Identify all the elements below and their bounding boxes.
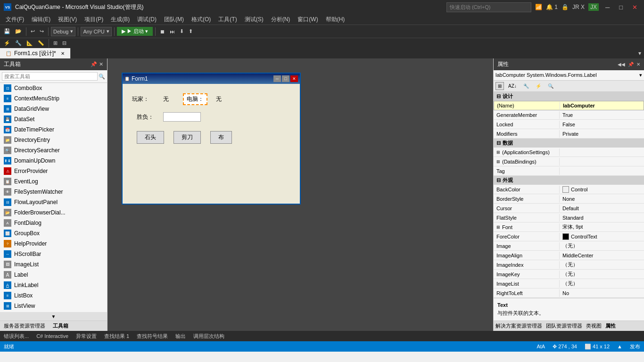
toolbar2-btn3[interactable]: 📐 — [25, 39, 35, 47]
tool-eventlog[interactable]: 📋 EventLog — [0, 176, 107, 187]
toolbar-btn-2[interactable]: 📂 — [13, 27, 24, 35]
toolbar2-btn1[interactable]: ⚡ — [2, 39, 12, 47]
tool-combobox[interactable]: ⊡ ComboBox — [0, 83, 107, 93]
computer-label-highlighted[interactable]: 电脑： — [183, 93, 207, 105]
output-tab-callhierarchy[interactable]: 调用层次结构 — [193, 333, 224, 340]
props-close-icon[interactable]: ✕ — [636, 62, 640, 67]
debug-mode-dropdown[interactable]: Debug ▾ — [51, 27, 75, 36]
tool-errorprovider[interactable]: ⚠ ErrorProvider — [0, 166, 107, 176]
tool-listbox[interactable]: ≡ ListBox — [0, 290, 107, 301]
tool-fontdialog[interactable]: A FontDialog — [0, 218, 107, 228]
menu-view[interactable]: 视图(V) — [54, 15, 81, 25]
tab-close-icon[interactable]: ✕ — [61, 51, 65, 56]
output-tab-output[interactable]: 输出 — [175, 333, 186, 340]
toolbar-step-out[interactable]: ⬆ — [187, 27, 195, 35]
toolbar2-distribute[interactable]: ⊟ — [60, 39, 68, 47]
toolbar2-align[interactable]: ⊞ — [51, 39, 59, 47]
prop-databindings-row[interactable]: ⊞ (DataBindings) — [494, 157, 644, 166]
cloth-btn[interactable]: 布 — [210, 131, 232, 144]
win-close-btn[interactable]: ✕ — [290, 75, 298, 82]
menu-test[interactable]: 测试(S) — [241, 15, 267, 25]
tool-contextmenustrip[interactable]: ≡ ContextMenuStrip — [0, 93, 107, 104]
minimize-btn[interactable]: ─ — [603, 3, 612, 12]
props-tab-properties[interactable]: 🔧 — [521, 82, 531, 90]
tool-directorysearcher[interactable]: 🔍 DirectorySearcher — [0, 145, 107, 156]
tool-datagridview[interactable]: ⊞ DataGridView — [0, 104, 107, 114]
menu-team[interactable]: 团队(M) — [160, 15, 188, 25]
expand-icon[interactable]: ⊟ — [496, 177, 501, 183]
tool-flowlayoutpanel[interactable]: ⊟ FlowLayoutPanel — [0, 197, 107, 207]
server-explorer-tab[interactable]: 服务器资源管理器 — [4, 322, 45, 329]
tool-directoryentry[interactable]: 📁 DirectoryEntry — [0, 135, 107, 145]
toolbox-close-icon[interactable]: ✕ — [99, 61, 103, 67]
props-tab-categorized[interactable]: ⊞ — [495, 82, 504, 90]
props-component-selector[interactable]: labComputer System.Windows.Forms.Label ▾ — [494, 70, 644, 81]
scissors-btn[interactable]: 剪刀 — [173, 131, 201, 144]
toolbox-scroll-down[interactable]: ▼ — [0, 312, 107, 321]
toolbox-pin-icon[interactable]: 📌 — [91, 61, 97, 67]
menu-edit[interactable]: 编辑(E) — [28, 15, 54, 25]
menu-project[interactable]: 项目(P) — [81, 15, 107, 25]
menu-help[interactable]: 帮助(H) — [322, 15, 349, 25]
menu-analyze[interactable]: 分析(N) — [267, 15, 294, 25]
menu-tools[interactable]: 工具(T) — [215, 15, 240, 25]
tool-dataset[interactable]: 💾 DataSet — [0, 114, 107, 124]
output-tab-findsymbol[interactable]: 查找符号结果 — [137, 333, 168, 340]
tab-dropdown-btn[interactable]: ▾ — [636, 49, 644, 58]
props-tab-alpha[interactable]: AZ↓ — [506, 82, 519, 90]
tool-datetimepicker[interactable]: 📅 DateTimePicker — [0, 124, 107, 135]
output-tab-errors[interactable]: 错误列表... — [4, 333, 29, 340]
team-explorer-tab[interactable]: 团队资源管理器 — [546, 322, 582, 329]
selector-dropdown-icon[interactable]: ▾ — [639, 72, 642, 78]
tool-label[interactable]: A Label — [0, 270, 107, 280]
expand-icon[interactable]: ⊟ — [496, 93, 501, 99]
prop-appsettings-row[interactable]: ⊞ (ApplicationSettings) — [494, 148, 644, 157]
start-btn[interactable]: ▶ ▶ 启动 ▾ — [117, 27, 153, 36]
toolbar-btn-1[interactable]: 💾 — [2, 27, 12, 35]
output-tab-interactive[interactable]: C# Interactive — [36, 333, 68, 339]
toolbar-step-in[interactable]: ⬇ — [178, 27, 186, 35]
toolbox-tab[interactable]: 工具箱 — [53, 322, 68, 329]
output-tab-exceptions[interactable]: 异常设置 — [76, 333, 97, 340]
tab-form1-design[interactable]: 📋 Form1.cs [设计]* ✕ — [0, 48, 71, 59]
props-pin-icon[interactable]: 📌 — [628, 62, 634, 67]
toolbar-redo[interactable]: ↪ — [38, 27, 46, 35]
toolbar-step-over[interactable]: ⏭ — [168, 28, 177, 35]
toolbar2-btn2[interactable]: 🔧 — [13, 39, 24, 47]
solution-explorer-tab[interactable]: 解决方案资源管理器 — [495, 322, 542, 329]
win-maximize-btn[interactable]: □ — [282, 75, 289, 82]
form-canvas[interactable]: 📋 Form1 ─ □ ✕ 玩家： 无 — [107, 58, 493, 331]
menu-debug[interactable]: 调试(D) — [133, 15, 160, 25]
toolbar-stop[interactable]: ⏹ — [158, 28, 167, 35]
tool-filesystemwatcher[interactable]: 👁 FileSystemWatcher — [0, 187, 107, 197]
tool-hscrollbar[interactable]: ↔ HScrollBar — [0, 249, 107, 259]
tool-helpprovider[interactable]: ? HelpProvider — [0, 239, 107, 249]
output-tab-findresults[interactable]: 查找结果 1 — [104, 333, 129, 340]
maximize-btn[interactable]: □ — [616, 3, 626, 12]
rock-btn[interactable]: 石头 — [137, 131, 164, 144]
menu-window[interactable]: 窗口(W) — [294, 15, 322, 25]
extra-user-label[interactable]: JX — [588, 3, 599, 11]
class-view-tab[interactable]: 类视图 — [586, 322, 602, 329]
prop-font-row[interactable]: ⊞ Font 宋体, 9pt — [494, 222, 644, 232]
props-tab-search[interactable]: 🔍 — [545, 82, 556, 90]
menu-format[interactable]: 格式(O) — [188, 15, 215, 25]
toolbar-undo[interactable]: ↩ — [29, 27, 37, 35]
props-expand-icon[interactable]: ◀◀ — [618, 62, 625, 67]
expand-icon[interactable]: ⊟ — [496, 140, 501, 146]
tool-linklabel[interactable]: A LinkLabel — [0, 280, 107, 290]
menu-build[interactable]: 生成(B) — [107, 15, 133, 25]
search-box[interactable]: 快速启动 (Ctrl+Q) — [446, 2, 531, 12]
menu-file[interactable]: 文件(F) — [2, 15, 28, 25]
tool-listview[interactable]: ⊞ ListView — [0, 301, 107, 311]
props-tab-events[interactable]: ⚡ — [533, 82, 544, 90]
win-minimize-btn[interactable]: ─ — [273, 75, 281, 82]
tool-domainupdown[interactable]: ⬆⬇ DomainUpDown — [0, 156, 107, 166]
score-input[interactable] — [163, 112, 201, 122]
close-btn[interactable]: ✕ — [629, 3, 640, 12]
tool-folderbrowser[interactable]: 📂 FolderBrowserDial... — [0, 207, 107, 218]
toolbar2-btn4[interactable]: 📏 — [36, 39, 46, 47]
platform-dropdown[interactable]: Any CPU ▾ — [81, 27, 111, 36]
publish-btn[interactable]: 发布 — [630, 343, 640, 350]
tool-imagelist[interactable]: 🖼 ImageList — [0, 259, 107, 270]
